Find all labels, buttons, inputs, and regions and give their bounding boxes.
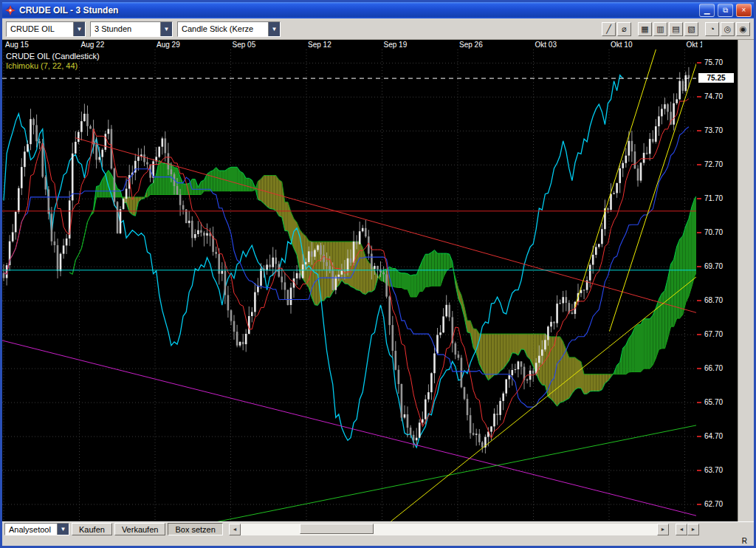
price-tick-label: 66.70 [704,364,723,372]
date-label: Sep 19 [384,41,408,49]
right-filler-panel [738,40,754,521]
date-label: Sep 05 [233,41,256,49]
minimize-button[interactable]: ▁ [699,4,715,17]
horizontal-scrollbar[interactable]: ◄ ► [229,524,669,535]
plot-area: CRUDE OIL (Candlestick) Ichimoku (7, 22,… [2,49,738,521]
price-tick-label: 63.70 [704,466,723,474]
target-icon: ◎ [724,24,732,33]
date-label: Okt 10 [611,41,632,49]
price-tick-label: 67.70 [704,330,723,338]
price-tick-mark [697,300,701,301]
clock-button[interactable]: ◔ [705,22,719,36]
chart-title: CRUDE OIL (Candlestick) [6,52,100,61]
column-view-icon: ▥ [656,24,664,33]
chart-canvas[interactable] [2,49,696,521]
column-view-button[interactable]: ▥ [653,22,667,36]
price-tick-mark [697,334,701,335]
charttype-value: Candle Stick (Kerze [178,22,268,36]
price-tick-label: 69.70 [704,262,723,270]
split-view-button[interactable]: ▧ [684,22,698,36]
price-tick-label: 64.70 [704,432,723,440]
symbol-combobox[interactable]: CRUDE OIL ▼ [6,21,86,37]
row-view-button[interactable]: ▤ [669,22,683,36]
price-tick-mark [697,266,701,267]
price-tick-label: 71.70 [704,194,723,202]
timeframe-value: 3 Stunden [91,22,160,36]
split-view-icon: ▧ [687,24,695,33]
app-icon [4,4,16,16]
price-tick-mark [697,368,701,369]
scrollbar-thumb[interactable] [300,524,374,534]
price-tick-label: 65.70 [704,398,723,406]
chevron-down-icon[interactable]: ▼ [73,22,85,36]
date-axis: Aug 15Aug 22Aug 29Sep 05Sep 12Sep 19Sep … [2,40,738,49]
trendline-tool-icon: ╱ [606,24,611,33]
date-label: Okt 03 [535,41,557,49]
date-label: Sep 12 [308,41,331,49]
chevron-down-icon[interactable]: ▼ [268,22,280,36]
price-tick-label: 62.70 [704,500,723,508]
window-title: CRUDE OIL - 3 Stunden [19,5,696,16]
ellipse-tool-icon: ⌀ [622,24,627,33]
toolbar-icon-group: ╱ ⌀ ▦ ▥ ▤ ▧ ◔ ◎ ◉ [602,22,750,36]
price-tick-mark [697,198,701,199]
price-tick-label: 73.70 [704,126,723,134]
chart-region: Aug 15Aug 22Aug 29Sep 05Sep 12Sep 19Sep … [2,40,754,521]
date-label: Sep 26 [459,41,483,49]
timeframe-combobox[interactable]: 3 Stunden ▼ [90,21,173,37]
chart-area: Aug 15Aug 22Aug 29Sep 05Sep 12Sep 19Sep … [2,40,738,521]
price-tick-label: 74.70 [704,92,723,100]
symbol-value: CRUDE OIL [7,22,73,36]
price-tick-label: 68.70 [704,296,723,304]
titlebar: CRUDE OIL - 3 Stunden ▁ ⧉ × [2,2,754,18]
mini-scroll-right-button[interactable]: ► [687,524,699,535]
buy-button[interactable]: Kaufen [72,523,112,535]
info-button[interactable]: ◉ [736,22,750,36]
close-button[interactable]: × [736,4,752,17]
scroll-right-button[interactable]: ► [657,524,669,535]
chart-toolbar: CRUDE OIL ▼ 3 Stunden ▼ Candle Stick (Ke… [2,18,754,40]
date-label: Aug 15 [5,41,29,49]
row-view-icon: ▤ [672,24,679,33]
status-r-label: R [742,537,747,545]
app-window: CRUDE OIL - 3 Stunden ▁ ⧉ × CRUDE OIL ▼ … [0,0,756,548]
mini-scroll-left-button[interactable]: ◄ [676,524,687,535]
scroll-left-button[interactable]: ◄ [229,524,241,535]
indicator-label: Ichimoku (7, 22, 44) [6,61,78,70]
date-label: Okt 17 [687,41,703,49]
price-tick-mark [697,470,701,471]
last-price-badge: 75.25 [698,73,734,83]
mini-scrollbar: ◄ ► [676,524,699,535]
trendline-tool-button[interactable]: ╱ [602,22,616,36]
price-tick-mark [697,164,701,165]
status-edge: R [2,536,754,546]
price-tick-mark [697,436,701,437]
sell-button[interactable]: Verkaufen [114,523,166,535]
price-tick-mark [697,62,701,64]
restore-button[interactable]: ⧉ [718,4,733,17]
price-tick-label: 72.70 [704,160,723,168]
price-tick-mark [697,402,701,403]
grid-view-button[interactable]: ▦ [638,22,652,36]
set-box-button[interactable]: Box setzen [168,523,222,535]
grid-view-icon: ▦ [641,24,648,33]
target-button[interactable]: ◎ [721,22,735,36]
analysetool-value: Analysetool [5,524,57,535]
charttype-combobox[interactable]: Candle Stick (Kerze ▼ [177,21,281,37]
chevron-down-icon[interactable]: ▼ [57,524,69,535]
price-tick-label: 70.70 [704,228,723,236]
date-label: Aug 29 [157,41,180,49]
price-tick-mark [697,96,701,97]
clock-icon: ◔ [709,24,715,33]
scrollbar-track[interactable] [241,524,657,535]
chevron-down-icon[interactable]: ▼ [160,22,172,36]
price-tick-label: 75.70 [704,58,723,66]
price-tick-mark [697,232,701,233]
price-axis: 75.25 75.7074.7073.7072.7071.7070.7069.7… [696,49,738,521]
info-icon: ◉ [740,24,747,33]
price-tick-mark [697,504,701,505]
analysetool-combobox[interactable]: Analysetool ▼ [4,523,69,535]
ellipse-tool-button[interactable]: ⌀ [617,22,631,36]
price-tick-mark [697,130,701,131]
bottom-toolbar: Analysetool ▼ Kaufen Verkaufen Box setze… [2,521,754,536]
